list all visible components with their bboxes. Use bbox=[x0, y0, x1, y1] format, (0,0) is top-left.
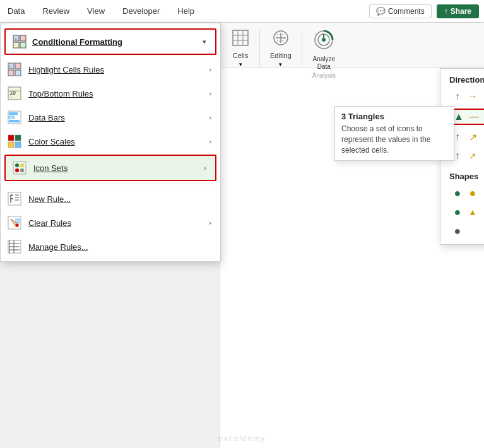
iconsets-arrow: › bbox=[204, 164, 206, 172]
managerules-label: Manage Rules... bbox=[28, 242, 211, 252]
highlight-icon: < bbox=[7, 62, 22, 77]
cells-svg bbox=[232, 29, 249, 47]
iconset-row-shapes-mixed[interactable]: ● ▲ ◆ bbox=[449, 205, 484, 219]
menu-item-topbottom[interactable]: 10 ↑ Top/Bottom Rules › bbox=[1, 81, 220, 105]
svg-rect-3 bbox=[20, 42, 26, 48]
svg-rect-8 bbox=[15, 70, 21, 76]
colorscales-label: Color Scales bbox=[28, 137, 203, 146]
databars-label: Data Bars bbox=[28, 113, 203, 122]
triangle-up-green: ▲ bbox=[453, 111, 464, 122]
iconset-row-circles-colored[interactable]: ● ● ● bbox=[449, 186, 484, 200]
menu-divider-1 bbox=[7, 184, 214, 184]
editing-group[interactable]: Editing ▾ bbox=[265, 27, 297, 70]
tooltip-title: 3 Triangles bbox=[341, 112, 447, 121]
arrow-right-orange2: ↗ bbox=[467, 131, 478, 143]
colorscales-icon bbox=[7, 134, 22, 149]
clearrules-icon bbox=[7, 215, 22, 230]
cf-dropdown-arrow: ▾ bbox=[203, 38, 206, 46]
tooltip-box: 3 Triangles Choose a set of icons to rep… bbox=[334, 106, 454, 161]
analyze-group[interactable]: Analyze Data Analysis bbox=[307, 27, 341, 82]
share-label: Share bbox=[451, 7, 471, 16]
managerules-svg bbox=[7, 239, 22, 254]
svg-rect-17 bbox=[9, 120, 20, 122]
cells-group[interactable]: Cells ▾ bbox=[227, 27, 254, 70]
circle-green2: ● bbox=[452, 206, 463, 218]
svg-rect-6 bbox=[15, 63, 21, 69]
clearrules-label: Clear Rules bbox=[28, 218, 203, 228]
colorscales-svg bbox=[7, 134, 22, 149]
comments-button[interactable]: 💬 Comments bbox=[369, 4, 432, 18]
svg-point-26 bbox=[20, 168, 24, 172]
conditional-formatting-menu: < Conditional Formatting ▾ < Highlight C… bbox=[0, 23, 221, 262]
colorscales-arrow: › bbox=[209, 138, 211, 145]
ribbon-right-buttons: 💬 Comments ↑ Share bbox=[369, 4, 479, 18]
svg-point-24 bbox=[20, 163, 24, 167]
circle-dark-lone: ● bbox=[452, 225, 463, 237]
clearrules-arrow: › bbox=[209, 219, 211, 227]
cf-header-icon: < bbox=[12, 34, 27, 49]
newrule-icon bbox=[7, 191, 22, 206]
newrule-label: New Rule... bbox=[28, 194, 211, 204]
svg-rect-7 bbox=[8, 70, 14, 76]
svg-rect-2 bbox=[13, 42, 19, 48]
svg-rect-44 bbox=[233, 30, 248, 45]
ribbon-sep-1 bbox=[259, 29, 260, 67]
svg-text:↑: ↑ bbox=[11, 95, 13, 100]
comment-icon: 💬 bbox=[376, 7, 386, 16]
databars-svg bbox=[7, 110, 22, 125]
svg-rect-16 bbox=[9, 116, 15, 119]
svg-rect-15 bbox=[9, 112, 18, 115]
cf-icon-svg: < bbox=[13, 35, 27, 49]
iconset-row-arrows-colored3[interactable]: ↑ ↗ ↗ bbox=[449, 149, 484, 163]
share-icon: ↑ bbox=[444, 7, 448, 16]
iconset-row-triangles-colored[interactable]: ▲ — ▼ bbox=[449, 109, 484, 125]
share-button[interactable]: ↑ Share bbox=[437, 4, 479, 18]
iconset-row-arrows-colored2[interactable]: ↑ ↗ ↘ bbox=[449, 130, 484, 144]
analysis-group-label: Analysis bbox=[312, 72, 336, 80]
ribbon-sep-2 bbox=[302, 29, 302, 67]
menu-item-managerules[interactable]: Manage Rules... bbox=[1, 235, 220, 259]
arrow-up-green: ↑ bbox=[452, 91, 463, 102]
analyze-label: Analyze Data bbox=[312, 56, 335, 71]
tab-help[interactable]: Help bbox=[175, 1, 197, 21]
circle-yellow: ● bbox=[467, 187, 478, 199]
cf-header[interactable]: < Conditional Formatting ▾ bbox=[4, 28, 216, 55]
iconsets-label: Icon Sets bbox=[33, 163, 198, 173]
highlight-arrow: › bbox=[209, 66, 211, 73]
analyze-svg bbox=[313, 29, 334, 50]
ribbon-icons-area: Cells ▾ Editing ▾ bbox=[220, 23, 484, 68]
menu-item-iconsets[interactable]: Icon Sets › bbox=[4, 155, 216, 181]
databars-icon bbox=[7, 110, 22, 125]
svg-point-25 bbox=[15, 168, 19, 172]
cells-icon bbox=[232, 29, 249, 50]
svg-rect-35 bbox=[16, 219, 20, 223]
tab-data[interactable]: Data bbox=[5, 1, 27, 21]
svg-rect-1 bbox=[20, 35, 26, 41]
databars-arrow: › bbox=[209, 114, 211, 121]
svg-rect-20 bbox=[8, 142, 14, 148]
svg-rect-18 bbox=[8, 135, 14, 141]
editing-svg bbox=[272, 29, 290, 47]
tooltip-desc: Choose a set of icons to represent the v… bbox=[341, 124, 447, 155]
iconset-row-arrows-colored[interactable]: ↑ → ↓ bbox=[449, 90, 484, 103]
menu-item-newrule[interactable]: New Rule... bbox=[1, 187, 220, 211]
menu-item-databars[interactable]: Data Bars › bbox=[1, 105, 220, 129]
shapes-title: Shapes bbox=[449, 172, 484, 181]
clearrules-svg bbox=[7, 215, 22, 230]
svg-text:<: < bbox=[15, 37, 17, 41]
tab-developer[interactable]: Developer bbox=[120, 1, 162, 21]
iconsets-svg bbox=[12, 160, 27, 175]
newrule-svg bbox=[7, 191, 22, 206]
arrow-right-orange: → bbox=[467, 91, 478, 102]
cells-label: Cells bbox=[233, 52, 248, 60]
comments-label: Comments bbox=[388, 7, 425, 16]
tab-view[interactable]: View bbox=[85, 1, 107, 21]
editing-icon bbox=[272, 29, 290, 50]
cf-header-label: Conditional Formatting bbox=[32, 37, 122, 47]
tab-review[interactable]: Review bbox=[40, 1, 72, 21]
menu-item-highlight[interactable]: < Highlight Cells Rules › bbox=[1, 57, 220, 81]
menu-item-colorscales[interactable]: Color Scales › bbox=[1, 129, 220, 153]
watermark: exceldemy bbox=[218, 434, 266, 443]
menu-item-clearrules[interactable]: Clear Rules › bbox=[1, 211, 220, 235]
svg-rect-27 bbox=[8, 192, 21, 205]
